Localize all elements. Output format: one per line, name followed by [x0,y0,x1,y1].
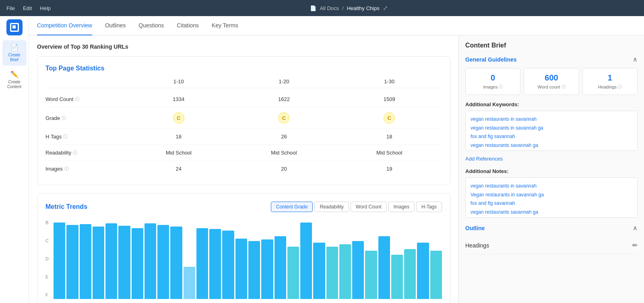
table-row: Word Count ⓘ 1334 1622 1509 [45,91,442,107]
chart-bar [430,251,442,299]
share-icon[interactable]: ⤢ [383,4,388,12]
keyword-item: vegan restaurants in savannah [471,115,632,124]
keywords-box: vegan restaurants in savannah vegan rest… [465,111,638,151]
headings-edit-icon[interactable]: ✏ [632,241,638,249]
images-1-10: 24 [126,166,231,172]
grade-1-20: C [231,112,337,124]
word-count-1-30: 1509 [336,96,442,102]
guidelines-header: General Guidelines ∧ [465,56,638,63]
readability-info-icon[interactable]: ⓘ [73,150,77,156]
h-tags-info-icon[interactable]: ⓘ [63,134,68,140]
guidelines-stats-cards: 0 Images ⓘ 600 Word count ⓘ [465,68,638,95]
stats-section: Top Page Statistics 1-10 1-20 1-30 W [37,56,450,185]
sidebar-item-create-content[interactable]: ✏️ Create Content [2,67,27,93]
note-item: vegan restaurants savannah [471,216,632,218]
outline-header: Outline ∧ [465,224,638,232]
images-label: Images ⓘ [45,166,126,172]
chart-bar [313,243,325,299]
grade-badge-1-30: C [384,112,395,124]
readability-1-20: Mid School [231,150,337,156]
main-content: Competition Overview Outlines Questions … [29,16,644,303]
tab-questions[interactable]: Questions [138,16,164,35]
tab-outlines[interactable]: Outlines [105,16,126,35]
h-tags-label: H Tags ⓘ [45,134,126,140]
readability-1-10: Mid School [126,150,231,156]
chart-bar [184,267,195,299]
word-count-1-20: 1622 [231,96,337,102]
additional-keywords-section: Additional Keywords: vegan restaurants i… [465,101,638,151]
chart-bar [352,241,364,299]
breadcrumb-separator: / [342,5,344,11]
logo-icon [10,23,19,32]
trends-title: Metric Trends [45,203,87,210]
guidelines-section: General Guidelines ∧ 0 Images ⓘ 600 [465,56,638,95]
trends-tab-content-grade[interactable]: Content Grade [271,202,313,212]
file-menu[interactable]: File [6,5,15,11]
note-item: Vegan restaurants in savannah ga [471,191,632,200]
grade-info-icon[interactable]: ⓘ [62,115,66,121]
chart-bar [404,249,416,299]
keyword-item: vegan restaurants in savannah ga [471,124,632,133]
word-count-label: Word Count ⓘ [45,96,126,102]
headings-label: Headings [465,242,489,249]
tab-key-terms[interactable]: Key Terms [212,16,238,35]
outline-collapse-icon[interactable]: ∧ [633,224,638,232]
grade-badge-1-20: C [278,112,289,124]
stats-col-1-20: 1-20 [231,78,337,85]
stat-card-word-count: 600 Word count ⓘ [524,68,579,95]
chart-bar [339,244,351,299]
chart-y-labels: B C D E F [45,218,50,299]
create-brief-icon: 📄 [10,43,19,51]
headings-row: Headings ✏ [465,237,638,254]
breadcrumb-all-docs[interactable]: All Docs [320,5,339,11]
chart-bar [209,229,221,299]
trends-tab-readability[interactable]: Readability [314,202,349,212]
trends-tab-images[interactable]: Images [388,202,415,212]
app-logo [6,19,23,35]
sidebar-item-create-content-label: Create Content [4,80,25,89]
stat-headings-label: Headings ⓘ [588,84,632,90]
sidebar-item-create-brief[interactable]: 📄 Create Brief [2,40,27,66]
trends-tab-word-count[interactable]: Word Count [351,202,387,212]
trends-section: Metric Trends Content Grade Readability … [37,193,450,303]
sidebar-item-create-brief-label: Create Brief [4,53,25,62]
stat-images-value: 0 [471,73,515,82]
topbar-breadcrumb: 📄 All Docs / Healthy Chips ⤢ [60,4,638,12]
h-tags-1-20: 26 [231,134,337,140]
keyword-item: vegan restaurants savannah ga [471,141,632,150]
chart-bar [235,239,247,299]
trends-header: Metric Trends Content Grade Readability … [45,202,442,212]
additional-notes-label: Additional Notes: [465,168,638,174]
chart-bar [391,255,403,299]
stat-headings-info-icon[interactable]: ⓘ [618,84,622,90]
word-count-info-icon[interactable]: ⓘ [75,96,79,102]
create-content-icon: ✏️ [10,70,19,78]
chart-bar [261,239,273,299]
chart-bar [118,226,130,299]
chart-label-d: D [45,256,50,261]
stats-header-row: 1-10 1-20 1-30 [45,78,442,88]
chart-bar [66,225,78,299]
stat-word-count-label: Word count ⓘ [529,84,574,90]
guidelines-collapse-icon[interactable]: ∧ [633,56,638,63]
stat-images-label: Images ⓘ [471,84,515,90]
stats-col-empty [45,78,126,85]
word-count-1-10: 1334 [126,96,231,102]
images-info-icon[interactable]: ⓘ [64,166,69,172]
trends-tabs: Content Grade Readability Word Count Ima… [271,202,442,212]
section-heading: Overview of Top 30 Ranking URLs [37,43,450,50]
tab-competition-overview[interactable]: Competition Overview [37,16,92,35]
chart-bar [105,223,117,299]
trends-tab-h-tags[interactable]: H-Tags [416,202,442,212]
add-references-link[interactable]: Add References [465,156,638,162]
help-menu[interactable]: Help [40,5,51,11]
additional-notes-section: Additional Notes: vegan restaurants in s… [465,168,638,218]
topbar: File Edit Help 📄 All Docs / Healthy Chip… [0,0,644,16]
stat-images-info-icon[interactable]: ⓘ [499,84,503,90]
tab-citations[interactable]: Citations [177,16,198,35]
stat-word-count-info-icon[interactable]: ⓘ [561,84,566,90]
chart-bar [196,228,208,299]
grade-badge-1-10: C [173,112,184,124]
chart-label-e: E [45,274,50,279]
edit-menu[interactable]: Edit [23,5,32,11]
